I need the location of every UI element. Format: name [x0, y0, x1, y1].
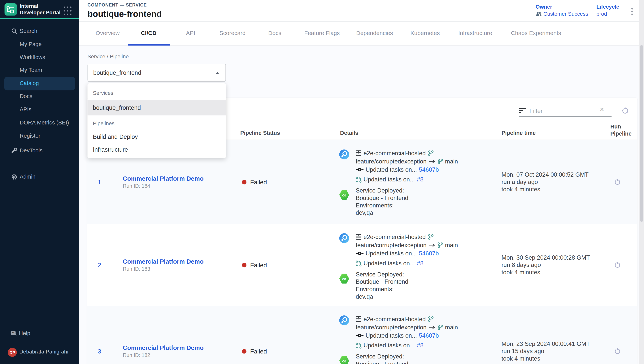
tab-chaos-experiments[interactable]: Chaos Experiments [511, 30, 561, 36]
pr-link[interactable]: #8 [417, 342, 424, 348]
commit-line: Updated tasks on... 54607b [356, 166, 502, 174]
commit-link[interactable]: 54607b [419, 332, 439, 339]
run-timestamp: Mon, 07 Oct 2024 00:00:52 GMT [502, 171, 608, 178]
sidebar-item-catalog[interactable]: Catalog [20, 79, 39, 88]
branch-line: feature/corruptedexception [356, 157, 502, 166]
user-avatar[interactable]: DP [8, 348, 17, 357]
sidebar-item-devtools[interactable]: DevTools [20, 147, 42, 155]
app-logo[interactable] [4, 3, 17, 16]
deploy-service: Boutique - Frontend [356, 278, 502, 286]
tab-scorecard[interactable]: Scorecard [219, 30, 246, 36]
tab-infrastructure[interactable]: Infrastructure [458, 30, 492, 36]
run-id: Run ID: 182 [123, 352, 240, 358]
run-duration: took 4 minutes [502, 186, 608, 193]
sidebar-item-register[interactable]: Register [20, 132, 40, 140]
tab-api[interactable]: API [186, 30, 195, 36]
pr-line: Updated tasks on... #8 [356, 175, 502, 184]
app-window: Internal Developer Portal Search My Page… [0, 0, 644, 364]
tab-docs[interactable]: Docs [268, 30, 282, 36]
service-pipeline-label: Service / Pipeline [88, 53, 129, 60]
owner-team-link[interactable]: Customer Success [544, 11, 588, 17]
pr-link[interactable]: #8 [417, 260, 424, 266]
table-row: 2 Commercial Platform Demo Run ID: 183 F… [87, 224, 637, 306]
deploy-title: Service Deployed: [356, 353, 502, 360]
failed-dot-icon [242, 180, 246, 184]
arrow-right-icon [428, 325, 435, 329]
select-value: boutique_frontend [93, 70, 141, 76]
sidebar-divider [4, 164, 70, 164]
run-pipeline-cell [608, 140, 638, 224]
apps-grid-icon[interactable] [64, 6, 72, 15]
details-cell: e2e-commercial-hosted feature/corruptede… [339, 224, 501, 306]
kebab-menu-icon[interactable] [629, 7, 636, 16]
sidebar-item-search[interactable]: Search [20, 27, 37, 35]
idp-logo-icon [4, 3, 17, 16]
page-title: boutique-frontend [88, 9, 162, 19]
pull-request-icon [356, 176, 362, 182]
col-pipeline-status: Pipeline Status [240, 130, 280, 136]
service-pipeline-select[interactable]: boutique_frontend [88, 64, 226, 82]
git-commit-icon [356, 334, 364, 338]
tab-overview[interactable]: Overview [96, 30, 120, 36]
git-branch-icon [428, 234, 434, 240]
rerun-pipeline-icon[interactable] [614, 347, 621, 355]
pipeline-link[interactable]: Commercial Platform Demo [123, 344, 240, 351]
repo-name: e2e-commercial-hosted [364, 234, 426, 240]
tab-kubernetes[interactable]: Kubernetes [410, 30, 440, 36]
search-icon [11, 28, 18, 34]
branch-from: feature/corruptedexception [356, 242, 426, 248]
git-branch-icon [437, 242, 443, 248]
sidebar-item-apis[interactable]: APIs [20, 106, 31, 114]
commit-line: Updated tasks on... 54607b [356, 249, 502, 258]
user-name[interactable]: Debabrata Panigrahi [19, 349, 68, 355]
run-relative-time: run 8 days ago [502, 261, 608, 268]
git-commit-icon [356, 252, 364, 256]
sidebar-item-my-page[interactable]: My Page [20, 40, 42, 48]
sidebar-item-workflows[interactable]: Workflows [20, 53, 45, 62]
pipeline-link[interactable]: Commercial Platform Demo [123, 258, 240, 265]
dropdown-item-boutique-frontend[interactable]: boutique_frontend [88, 100, 226, 115]
commit-link[interactable]: 54607b [419, 250, 439, 256]
ci-build-icon [339, 150, 349, 160]
owner-label: Owner [536, 4, 552, 10]
favorite-star-icon[interactable]: ☆ [155, 10, 162, 19]
pr-message: Updated tasks on... [364, 176, 415, 182]
failed-dot-icon [242, 349, 246, 354]
tab-dependencies[interactable]: Dependencies [356, 30, 393, 36]
owner-value[interactable]: Customer Success [536, 11, 588, 17]
repo-line: e2e-commercial-hosted [356, 233, 502, 241]
pr-link[interactable]: #8 [417, 176, 424, 182]
main-content: COMPONENT — SERVICE boutique-frontend ☆ … [79, 0, 644, 364]
help-link[interactable]: Help [19, 330, 30, 338]
sidebar-item-my-team[interactable]: My Team [20, 66, 42, 74]
deploy-block: ∞ Service Deployed: Boutique - Frontend … [356, 187, 502, 216]
tab-cicd[interactable]: CI/CD [141, 30, 156, 36]
repo-name: e2e-commercial-hosted [364, 150, 426, 156]
tab-feature-flags[interactable]: Feature Flags [304, 30, 340, 36]
commit-message: Updated tasks on... [366, 166, 417, 173]
pr-line: Updated tasks on... #8 [356, 259, 502, 267]
wrench-icon [11, 148, 18, 154]
sidebar: Internal Developer Portal Search My Page… [0, 0, 79, 364]
lifecycle-label: Lifecycle [596, 4, 619, 10]
ci-build-icon [339, 316, 349, 326]
branch-line: feature/corruptedexception [356, 323, 502, 331]
run-id: Run ID: 184 [123, 183, 240, 189]
commit-line: Updated tasks on... 54607b [356, 331, 502, 340]
repo-line: e2e-commercial-hosted [356, 315, 502, 323]
git-branch-icon [428, 316, 434, 322]
sidebar-item-dora-metrics[interactable]: DORA Metrics (SEI) [20, 119, 69, 127]
pipeline-link[interactable]: Commercial Platform Demo [123, 175, 240, 182]
sidebar-item-admin[interactable]: Admin [20, 173, 35, 181]
branch-to: main [445, 242, 458, 248]
scrollbar-thumb[interactable] [640, 45, 643, 222]
sidebar-header: Internal Developer Portal [0, 0, 79, 19]
rerun-pipeline-icon[interactable] [614, 261, 621, 269]
commit-link[interactable]: 54607b [419, 166, 439, 173]
rerun-pipeline-icon[interactable] [614, 178, 621, 186]
branch-to: main [445, 158, 458, 164]
sidebar-item-docs[interactable]: Docs [20, 92, 32, 100]
help-chat-icon: ? [10, 330, 18, 338]
ci-build-icon [339, 233, 349, 243]
dropdown-item-infrastructure[interactable]: Infrastructure [88, 142, 226, 157]
